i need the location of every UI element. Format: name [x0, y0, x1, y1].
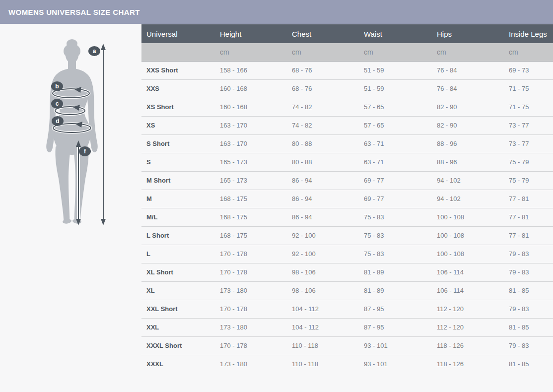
chest-cell: 80 - 88: [287, 153, 359, 171]
chest-cell: 86 - 94: [287, 208, 359, 226]
inside-legs-cell: 79 - 83: [504, 245, 553, 263]
waist-cell: 69 - 77: [359, 190, 432, 208]
column-header-waist: Waist: [359, 24, 432, 43]
size-cell: XXXL Short: [141, 336, 215, 355]
unit-cell-height: cm: [215, 43, 287, 61]
inside-legs-cell: 77 - 81: [504, 208, 553, 226]
hips-badge: d: [52, 116, 64, 126]
chest-cell: 92 - 100: [287, 226, 359, 245]
hips-cell: 82 - 90: [432, 98, 504, 116]
size-cell: L: [141, 245, 215, 263]
size-row: S 165 - 173 80 - 88 63 - 71 88 - 96 75 -…: [141, 153, 553, 171]
inside-legs-cell: 81 - 85: [504, 318, 553, 336]
height-cell: 173 - 180: [215, 355, 287, 373]
hips-cell: 112 - 120: [432, 318, 504, 336]
chest-cell: 92 - 100: [287, 245, 359, 263]
size-cell: M Short: [141, 171, 215, 190]
chest-cell: 74 - 82: [287, 98, 359, 116]
height-cell: 173 - 180: [215, 318, 287, 336]
hips-cell: 118 - 126: [432, 336, 504, 355]
hips-cell: 82 - 90: [432, 116, 504, 134]
page-content: a b c d f: [0, 24, 553, 392]
waist-cell: 87 - 95: [359, 300, 432, 318]
chest-cell: 80 - 88: [287, 134, 359, 153]
hips-cell: 88 - 96: [432, 153, 504, 171]
size-row: XXXL Short 170 - 178 110 - 118 93 - 101 …: [141, 336, 553, 355]
hips-cell: 94 - 102: [432, 171, 504, 190]
waist-cell: 57 - 65: [359, 98, 432, 116]
height-cell: 165 - 173: [215, 153, 287, 171]
waist-cell: 81 - 89: [359, 281, 432, 300]
chest-cell: 104 - 112: [287, 300, 359, 318]
inside-legs-cell: 79 - 83: [504, 336, 553, 355]
waist-badge-letter: c: [56, 100, 59, 107]
size-row: L 170 - 178 92 - 100 75 - 83 100 - 108 7…: [141, 245, 553, 263]
size-chart-page: WOMENS UNIVERSAL SIZE CHART: [0, 0, 553, 392]
height-cell: 163 - 170: [215, 134, 287, 153]
page-title: WOMENS UNIVERSAL SIZE CHART: [8, 8, 140, 16]
waist-cell: 51 - 59: [359, 79, 432, 98]
inside-legs-cell: 77 - 81: [504, 190, 553, 208]
inside-legs-cell: 75 - 79: [504, 171, 553, 190]
hips-cell: 88 - 96: [432, 134, 504, 153]
size-row: XXL 173 - 180 104 - 112 87 - 95 112 - 12…: [141, 318, 553, 336]
height-cell: 158 - 166: [215, 61, 287, 79]
size-cell: XXS Short: [141, 61, 215, 79]
column-header-chest: Chest: [287, 24, 359, 43]
waist-cell: 51 - 59: [359, 61, 432, 79]
size-row: XL Short 170 - 178 98 - 106 81 - 89 106 …: [141, 263, 553, 281]
hips-cell: 100 - 108: [432, 208, 504, 226]
size-table-unit-row: cm cm cm cm cm: [141, 43, 553, 61]
height-arrow: [101, 44, 106, 225]
unit-cell-empty: [141, 43, 215, 61]
inside-legs-cell: 77 - 81: [504, 226, 553, 245]
chest-cell: 104 - 112: [287, 318, 359, 336]
height-cell: 160 - 168: [215, 98, 287, 116]
size-cell: XL Short: [141, 263, 215, 281]
inside-legs-cell: 73 - 77: [504, 116, 553, 134]
size-row: XS 163 - 170 74 - 82 57 - 65 82 - 90 73 …: [141, 116, 553, 134]
chest-cell: 98 - 106: [287, 281, 359, 300]
height-cell: 168 - 175: [215, 208, 287, 226]
chest-cell: 74 - 82: [287, 116, 359, 134]
chest-cell: 110 - 118: [287, 336, 359, 355]
measurement-figure-panel: a b c d f: [0, 24, 141, 392]
unit-cell-chest: cm: [287, 43, 359, 61]
height-cell: 168 - 175: [215, 190, 287, 208]
size-cell: M/L: [141, 208, 215, 226]
unit-cell-hips: cm: [432, 43, 504, 61]
hips-cell: 76 - 84: [432, 79, 504, 98]
size-row: XXL Short 170 - 178 104 - 112 87 - 95 11…: [141, 300, 553, 318]
size-row: XXS 160 - 168 68 - 76 51 - 59 76 - 84 71…: [141, 79, 553, 98]
hips-cell: 118 - 126: [432, 355, 504, 373]
silhouette-left-leg: [55, 143, 70, 222]
height-cell: 170 - 178: [215, 263, 287, 281]
size-cell: XXS: [141, 79, 215, 98]
inside-leg-badge: f: [79, 146, 91, 156]
unit-cell-waist: cm: [359, 43, 432, 61]
inside-legs-cell: 69 - 73: [504, 61, 553, 79]
height-cell: 170 - 178: [215, 245, 287, 263]
inside-legs-cell: 81 - 85: [504, 281, 553, 300]
height-cell: 163 - 170: [215, 116, 287, 134]
size-row: M Short 165 - 173 86 - 94 69 - 77 94 - 1…: [141, 171, 553, 190]
size-row: L Short 168 - 175 92 - 100 75 - 83 100 -…: [141, 226, 553, 245]
inside-legs-cell: 71 - 75: [504, 79, 553, 98]
hips-cell: 94 - 102: [432, 190, 504, 208]
hips-badge-letter: d: [56, 118, 59, 125]
size-cell: XL: [141, 281, 215, 300]
size-row: XL 173 - 180 98 - 106 81 - 89 106 - 114 …: [141, 281, 553, 300]
hips-cell: 100 - 108: [432, 245, 504, 263]
column-header-inside-legs: Inside Legs: [504, 24, 553, 43]
size-cell: L Short: [141, 226, 215, 245]
height-badge: a: [88, 46, 100, 56]
chest-cell: 98 - 106: [287, 263, 359, 281]
column-header-universal: Universal: [141, 24, 215, 43]
height-cell: 168 - 175: [215, 226, 287, 245]
chest-badge-letter: b: [55, 83, 59, 90]
hips-cell: 76 - 84: [432, 61, 504, 79]
size-cell: XXXL: [141, 355, 215, 373]
size-cell: XS Short: [141, 98, 215, 116]
inside-legs-cell: 75 - 79: [504, 153, 553, 171]
inside-legs-cell: 71 - 75: [504, 98, 553, 116]
